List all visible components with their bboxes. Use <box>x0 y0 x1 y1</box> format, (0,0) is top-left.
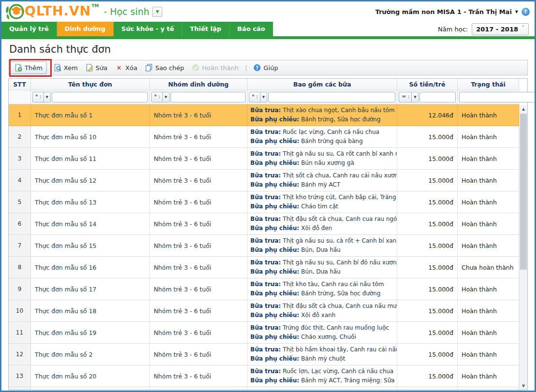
school-year-select[interactable]: 2017 - 2018 ˅ <box>472 23 529 35</box>
qlth-logo-icon <box>5 2 25 21</box>
col-header-bao-gom-cac-bua[interactable]: Bao gồm các bữa <box>247 79 397 90</box>
row-menu-name: Thực đơn mẫu số 13 <box>31 191 150 213</box>
snack-value: Bánh trứng, Sữa học đường <box>301 290 380 297</box>
row-price: 15.000đ <box>397 300 458 321</box>
row-nutrition-group: Nhóm trẻ 3 - 6 tuổi <box>150 344 247 365</box>
table-row[interactable]: 4 Thực đơn mẫu số 12 Nhóm trẻ 3 - 6 tuổi… <box>9 170 519 191</box>
row-meals: Bữa trưa:Thịt bò hầm khoai tây, Canh rau… <box>247 344 397 365</box>
complete-button[interactable]: Hoàn thành <box>188 62 243 73</box>
lunch-line: Bữa trưa:Thịt gà nấu su su, cà rốt + Can… <box>250 236 397 246</box>
row-nutrition-group: Nhóm trẻ 3 - 6 tuổi <box>150 191 247 213</box>
snack-line: Bữa phụ chiều:Cháo xương, Chuối <box>250 333 356 342</box>
logo-tm: TM <box>91 3 99 8</box>
row-stt: 5 <box>9 191 31 213</box>
snack-line: Bữa phụ chiều:Bánh trứng, Sữa học đường <box>250 115 380 124</box>
filter-operator-button[interactable]: * :▼ <box>151 92 170 102</box>
row-stt: 6 <box>9 213 31 234</box>
page-title: Danh sách thực đơn <box>9 44 528 55</box>
table-row[interactable]: 1 Thực đơn mẫu số 1 Nhóm trẻ 3 - 6 tuổi … <box>9 104 519 126</box>
tab-suc-khoe-y-te[interactable]: Sức khỏe - y tế <box>114 22 182 36</box>
tab-quan-ly-tre[interactable]: Quản lý trẻ <box>1 22 57 36</box>
filter-input-so-tien-tre[interactable] <box>420 92 456 102</box>
user-caret-icon[interactable]: ▼ <box>515 10 518 14</box>
table-row[interactable]: 12 Thực đơn mẫu số 2 Nhóm trẻ 3 - 6 tuổi… <box>9 344 519 365</box>
header: QLTH.VNTM - Học sinh ▼ Trường mầm non MI… <box>1 1 535 22</box>
col-header-ten-thuc-don[interactable]: Tên thực đơn <box>31 79 150 90</box>
edit-button-label: Sửa <box>96 64 107 72</box>
row-stt: 4 <box>9 170 31 191</box>
table-row[interactable] <box>9 387 519 390</box>
filter-input-trang-thai[interactable] <box>459 92 536 102</box>
filter-operator-label: * : <box>33 92 43 102</box>
filter-input-ten-thuc-don[interactable] <box>52 92 148 102</box>
content: Danh sách thực đơn Thêm Xem <box>1 39 535 390</box>
lunch-value: Thịt gà nấu su su, Cà rốt canh bí xanh n… <box>283 150 397 157</box>
table-row[interactable]: 8 Thực đơn mẫu số 16 Nhóm trẻ 3 - 6 tuổi… <box>9 257 519 278</box>
tab-dinh-duong[interactable]: Dinh dưỡng <box>57 22 114 36</box>
col-header-nhom-dinh-duong[interactable]: Nhóm dinh dưỡng <box>150 79 247 90</box>
delete-button[interactable]: ✕ Xóa <box>111 62 141 73</box>
vertical-scrollbar[interactable]: ▲ ▼ <box>519 105 527 390</box>
col-header-stt[interactable]: STT <box>9 79 31 90</box>
scroll-up-icon[interactable]: ▲ <box>520 105 527 113</box>
filter-operator-button[interactable]: * :▼ <box>249 92 267 102</box>
row-menu-name: Thực đơn mẫu số 15 <box>31 235 150 256</box>
table-row[interactable]: 9 Thực đơn mẫu số 17 Nhóm trẻ 3 - 6 tuổi… <box>9 278 519 300</box>
table-row[interactable]: 7 Thực đơn mẫu số 15 Nhóm trẻ 3 - 6 tuổi… <box>9 235 519 257</box>
snack-line: Bữa phụ chiều:Xôi đỗ xanh <box>250 311 335 320</box>
header-help-icon[interactable]: ? <box>522 8 530 16</box>
row-status: Hoàn thành <box>458 126 519 147</box>
filter-operator-button[interactable]: * :▼ <box>32 92 51 102</box>
row-menu-name: Thực đơn mẫu số 14 <box>31 213 150 234</box>
row-meals: Bữa trưa:Thịt gà nấu su su, Cà rốt canh … <box>247 148 397 169</box>
user-menu[interactable]: Trường mầm non MISA 1 - Trần Thị Mai <box>375 8 511 15</box>
filter-ten-thuc-don: * :▼ <box>31 90 150 104</box>
snack-line: Bữa phụ chiều:Cháo tim cật <box>250 202 338 211</box>
row-meals: Bữa trưa:Ruốc lạc vừng, Canh cá nấu chua… <box>247 126 397 147</box>
scroll-down-icon[interactable]: ▼ <box>520 382 527 390</box>
copy-button[interactable]: Sao chép <box>141 62 188 73</box>
row-price: 15.000đ <box>397 191 458 213</box>
row-meals: Bữa trưa:Thịt kho tàu, Canh rau cải nấu … <box>247 278 397 300</box>
table-row[interactable]: 5 Thực đơn mẫu số 13 Nhóm trẻ 3 - 6 tuổi… <box>9 191 519 213</box>
lunch-line: Bữa trưa:Thịt kho tàu, Canh rau cải nấu … <box>250 280 384 289</box>
row-menu-name: Thực đơn mẫu số 2 <box>31 344 150 365</box>
help-button-label: Giúp <box>263 64 278 72</box>
toolbar-separator: | <box>245 64 247 72</box>
module-dropdown-button[interactable]: ▼ <box>152 7 162 17</box>
row-menu-name: Thực đơn mẫu số 11 <box>31 148 150 169</box>
table-row[interactable]: 6 Thực đơn mẫu số 14 Nhóm trẻ 3 - 6 tuổi… <box>9 213 519 235</box>
table-row[interactable]: 11 Thực đơn mẫu số 19 Nhóm trẻ 3 - 6 tuổ… <box>9 322 519 344</box>
filter-input-nhom-dinh-duong[interactable] <box>171 92 246 102</box>
table-row[interactable]: 2 Thực đơn mẫu số 10 Nhóm trẻ 3 - 6 tuổi… <box>9 126 519 148</box>
table-row[interactable]: 13 Thực đơn mẫu số 20 Nhóm trẻ 3 - 6 tuổ… <box>9 365 519 387</box>
tab-bao-cao[interactable]: Báo cáo <box>230 22 274 36</box>
lunch-value: Thịt kho trứng cút, Canh bắp cải, Tráng … <box>283 194 397 201</box>
col-header-so-tien-tre[interactable]: Số tiền/trẻ <box>397 79 458 90</box>
table-row[interactable]: 3 Thực đơn mẫu số 11 Nhóm trẻ 3 - 6 tuổi… <box>9 148 519 170</box>
filter-operator-button[interactable]: = :▼ <box>399 92 419 102</box>
view-button[interactable]: Xem <box>50 62 82 73</box>
snack-label: Bữa phụ chiều: <box>250 160 299 166</box>
add-button[interactable]: Thêm <box>10 61 47 74</box>
row-meals: Bữa trưa:Trứng đúc thịt, Canh rau muống … <box>247 322 397 343</box>
help-button[interactable]: ? Giúp <box>249 62 282 73</box>
row-stt: 10 <box>9 300 31 321</box>
scrollbar-track[interactable] <box>520 113 527 382</box>
table-header: STT Tên thực đơn Nhóm dinh dưỡng Bao gồm… <box>9 79 519 90</box>
delete-button-label: Xóa <box>125 64 137 72</box>
logo-text: QLTH.VN <box>25 3 91 18</box>
table-row[interactable]: 10 Thực đơn mẫu số 18 Nhóm trẻ 3 - 6 tuổ… <box>9 300 519 322</box>
col-header-trang-thai[interactable]: Trạng thái <box>458 79 519 90</box>
filter-stt <box>9 90 31 104</box>
delete-icon: ✕ <box>115 64 123 72</box>
view-button-label: Xem <box>64 64 78 72</box>
edit-button[interactable]: Sửa <box>82 62 111 73</box>
row-stt: 7 <box>9 235 31 256</box>
logo: QLTH.VNTM <box>5 2 99 21</box>
tab-thiet-lap[interactable]: Thiết lập <box>182 22 230 36</box>
lunch-label: Bữa trưa: <box>250 346 281 353</box>
scrollbar-thumb[interactable] <box>520 114 527 270</box>
filter-operator-label: = : <box>399 92 411 102</box>
filter-input-bao-gom-cac-bua[interactable] <box>268 92 395 102</box>
